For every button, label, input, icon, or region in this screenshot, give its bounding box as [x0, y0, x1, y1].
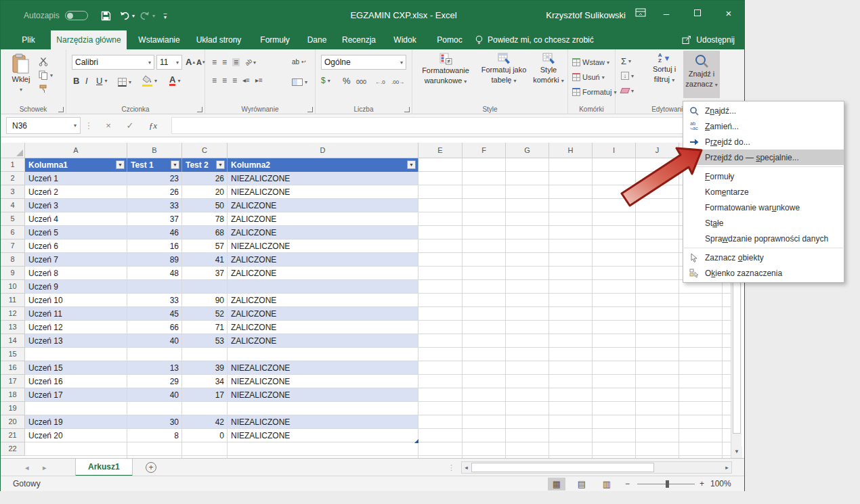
align-left-icon[interactable]: ≡: [212, 77, 217, 84]
row-header-6[interactable]: 6: [1, 226, 25, 239]
menu-item-find[interactable]: Znajdź...: [683, 103, 844, 118]
cell[interactable]: 0: [182, 429, 228, 442]
qat-customize-button[interactable]: –▾: [156, 6, 174, 25]
cell[interactable]: 33: [127, 294, 182, 307]
schowek-dialog-launcher-icon[interactable]: [58, 107, 64, 112]
sort-filter-button[interactable]: AZ ▼ Sortuj i filtruj ▾: [647, 53, 682, 85]
undo-button[interactable]: [116, 6, 133, 25]
cell[interactable]: 17: [182, 388, 228, 402]
conditional-formatting-button[interactable]: ≠ Formatowanie warunkowe ▾: [416, 53, 475, 86]
cell[interactable]: 68: [182, 226, 228, 239]
close-button[interactable]: ×: [713, 1, 744, 25]
cell[interactable]: 71: [182, 321, 228, 334]
row-header-18[interactable]: 18: [1, 388, 25, 402]
cell[interactable]: 52: [182, 307, 228, 321]
cell[interactable]: NIEZALICZONE: [228, 185, 418, 199]
cell[interactable]: 50: [182, 199, 228, 212]
cell[interactable]: Uczeń 7: [25, 253, 127, 267]
cell[interactable]: ZALICZONE: [228, 307, 418, 321]
cell[interactable]: 46: [127, 226, 182, 239]
decrease-decimal-button[interactable]: .00→: [391, 75, 404, 89]
sheet-tab-arkusz1[interactable]: Arkusz1: [75, 459, 133, 476]
cell[interactable]: 13: [127, 361, 182, 375]
decrease-indent-icon[interactable]: ◂≡: [242, 77, 250, 84]
table-resize-handle[interactable]: [414, 439, 418, 443]
cell[interactable]: ZALICZONE: [228, 267, 418, 280]
cell[interactable]: Uczeń 5: [25, 226, 127, 239]
copy-button[interactable]: ▾: [39, 68, 53, 82]
cell[interactable]: NIEZALICZONE: [228, 429, 418, 442]
column-header-D[interactable]: D: [228, 143, 418, 158]
cell[interactable]: ZALICZONE: [228, 321, 418, 334]
menu-item-data-validation[interactable]: Sprawdzanie poprawności danych: [683, 231, 844, 246]
cell[interactable]: 78: [182, 212, 228, 226]
cell[interactable]: NIEZALICZONE: [228, 361, 418, 375]
row-header-15[interactable]: 15: [1, 348, 25, 361]
thousands-button[interactable]: 000: [356, 75, 366, 89]
currency-button[interactable]: $▾: [321, 74, 330, 87]
cell[interactable]: Uczeń 19: [25, 415, 127, 429]
wyrownanie-dialog-launcher-icon[interactable]: [307, 107, 313, 112]
redo-dropdown[interactable]: ▾: [152, 13, 155, 19]
liczba-dialog-launcher-icon[interactable]: [404, 107, 410, 112]
merge-center-button[interactable]: ▾: [292, 75, 307, 89]
underline-button[interactable]: U▾: [96, 74, 107, 87]
cancel-entry-button[interactable]: ×: [100, 117, 117, 134]
filter-dropdown-icon[interactable]: ▼: [116, 160, 125, 169]
cell[interactable]: 34: [182, 375, 228, 388]
row-header-5[interactable]: 5: [1, 212, 25, 226]
cell[interactable]: 29: [127, 375, 182, 388]
fill-button[interactable]: ↓▾: [621, 69, 634, 83]
align-center-icon[interactable]: ≡: [222, 77, 227, 84]
zoom-slider-thumb[interactable]: [666, 480, 669, 488]
cell[interactable]: 20: [182, 185, 228, 199]
row-header-16[interactable]: 16: [1, 361, 25, 375]
autosave-switch-icon[interactable]: [65, 11, 88, 20]
increase-font-button[interactable]: A▴: [186, 55, 195, 69]
cell[interactable]: Uczeń 16: [25, 375, 127, 388]
redo-button[interactable]: [136, 6, 154, 25]
tab-pomoc[interactable]: Pomoc: [433, 30, 467, 49]
italic-button[interactable]: I: [85, 74, 93, 87]
cell[interactable]: 66: [127, 321, 182, 334]
menu-item-constants[interactable]: Stałe: [683, 215, 844, 231]
cut-button[interactable]: [39, 55, 48, 68]
cell[interactable]: Uczeń 17: [25, 388, 127, 402]
increase-indent-icon[interactable]: ▸≡: [255, 77, 263, 84]
cell[interactable]: 89: [127, 253, 182, 267]
row-header-17[interactable]: 17: [1, 375, 25, 388]
share-button[interactable]: Udostępnij: [681, 30, 735, 49]
column-header-A[interactable]: A: [25, 143, 127, 158]
cell[interactable]: Uczeń 6: [25, 239, 127, 253]
percent-button[interactable]: %: [343, 74, 351, 87]
cell[interactable]: Uczeń 2: [25, 185, 127, 199]
cell[interactable]: 39: [182, 361, 228, 375]
row-header-3[interactable]: 3: [1, 185, 25, 199]
row-header-22[interactable]: 22: [1, 442, 25, 456]
cell[interactable]: 53: [182, 334, 228, 348]
cell[interactable]: 23: [127, 172, 182, 185]
row-header-20[interactable]: 20: [1, 415, 25, 429]
paste-button[interactable]: Wklej ▾: [6, 53, 36, 94]
cell[interactable]: 26: [127, 185, 182, 199]
cell[interactable]: Uczeń 8: [25, 267, 127, 280]
row-header-21[interactable]: 21: [1, 429, 25, 442]
find-select-button[interactable]: Znajdź i zaznacz ▾: [683, 51, 720, 98]
next-sheet-button[interactable]: ▸: [43, 459, 47, 476]
zoom-in-button[interactable]: +: [700, 479, 704, 488]
filter-dropdown-icon[interactable]: ▼: [216, 160, 225, 169]
row-header-2[interactable]: 2: [1, 172, 25, 185]
cell[interactable]: Uczeń 15: [25, 361, 127, 375]
menu-item-selection-pane[interactable]: Okienko zaznaczenia: [683, 265, 844, 281]
column-header-G[interactable]: G: [506, 143, 549, 158]
cell[interactable]: 45: [127, 307, 182, 321]
scroll-left-button[interactable]: ◂: [462, 463, 471, 472]
cell[interactable]: ZALICZONE: [228, 253, 418, 267]
increase-decimal-button[interactable]: ←.0: [375, 75, 385, 89]
user-name[interactable]: Krzysztof Sulikowski: [546, 1, 626, 30]
prev-sheet-button[interactable]: ◂: [25, 459, 29, 476]
font-color-button[interactable]: A▾: [169, 74, 180, 87]
row-header-11[interactable]: 11: [1, 294, 25, 307]
wrap-text-button[interactable]: ab↩: [292, 55, 306, 69]
tab-plik[interactable]: Plik: [14, 30, 43, 49]
